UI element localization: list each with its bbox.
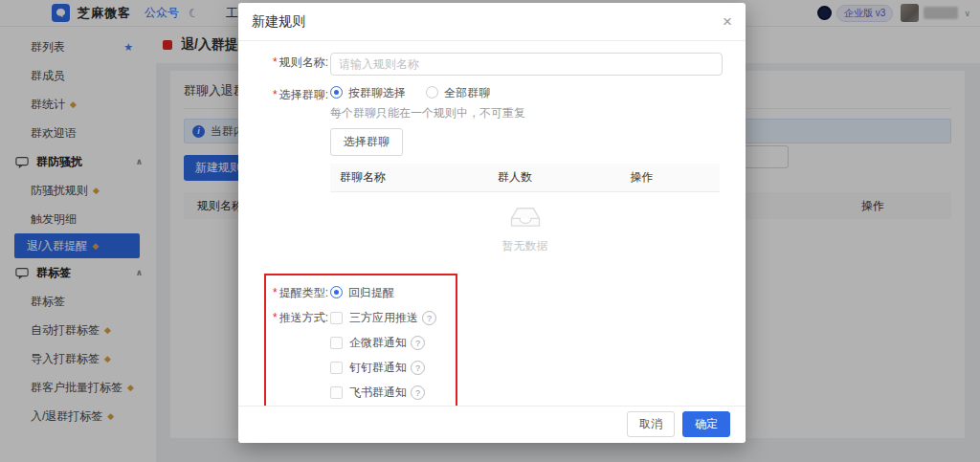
- modal-title: 新建规则: [252, 13, 305, 31]
- radio-selected-icon: [330, 286, 343, 298]
- push-option-label: 飞书群通知: [349, 385, 407, 401]
- group-name-column-header: 群聊名称: [330, 169, 498, 186]
- push-option-row: 飞书群通知 ?: [273, 385, 456, 401]
- modal-footer: 取消 确定: [238, 406, 746, 443]
- radio-unselected-icon: [426, 86, 438, 99]
- empty-state-text: 暂无数据: [330, 238, 720, 254]
- radio-by-group[interactable]: 按群聊选择: [330, 86, 426, 99]
- select-group-helper: 每个群聊只能在一个规则中，不可重复: [330, 105, 720, 121]
- group-table: 群聊名称 群人数 操作 暂无数据: [330, 164, 720, 260]
- modal-body: 规则名称: 选择群聊: 按群聊选择 全部群聊 每个群聊只能在一个规则中，不可重复…: [238, 41, 746, 406]
- rule-name-row: 规则名称:: [273, 53, 723, 76]
- push-label-spacer: [273, 392, 328, 394]
- empty-state: 暂无数据: [330, 192, 720, 260]
- question-circle-icon[interactable]: ?: [411, 336, 425, 350]
- push-option-row: 钉钉群通知 ?: [273, 360, 456, 376]
- push-option-label: 企微群通知: [349, 335, 407, 351]
- empty-box-icon: [506, 202, 545, 231]
- confirm-button[interactable]: 确定: [682, 411, 730, 437]
- highlight-red-box: 提醒类型: 回归提醒 推送方式: 三方应用推送 ? 企微群通知 ?: [264, 274, 457, 406]
- remind-type-row: 提醒类型: 回归提醒: [273, 285, 456, 301]
- checkbox-wecom-group[interactable]: [330, 337, 343, 349]
- radio-all-groups[interactable]: 全部群聊: [426, 86, 507, 99]
- push-method-label: 推送方式:: [273, 310, 328, 326]
- select-group-label: 选择群聊:: [273, 85, 328, 103]
- remind-type-option-label: 回归提醒: [348, 286, 394, 299]
- cancel-button[interactable]: 取消: [627, 411, 675, 437]
- push-label-spacer: [273, 342, 328, 344]
- rule-name-input[interactable]: [330, 53, 723, 76]
- push-option-row: 企微群通知 ?: [273, 335, 456, 351]
- remind-type-label: 提醒类型:: [273, 285, 328, 301]
- group-table-header: 群聊名称 群人数 操作: [330, 164, 720, 192]
- question-circle-icon[interactable]: ?: [411, 385, 425, 400]
- app-window: 芝麻微客 公众号 ☾ 工作台 企业版 v3 ∨ 群列表★群成员群统计◆群欢迎语群…: [0, 0, 980, 462]
- checkbox-third-party[interactable]: [330, 312, 343, 324]
- push-label-spacer: [273, 367, 328, 369]
- radio-by-group-label: 按群聊选择: [348, 86, 406, 99]
- checkbox-dingtalk-group[interactable]: [330, 362, 343, 374]
- radio-all-groups-label: 全部群聊: [444, 86, 490, 99]
- group-size-column-header: 群人数: [498, 169, 630, 186]
- radio-return-remind[interactable]: 回归提醒: [330, 285, 412, 301]
- push-option-label: 钉钉群通知: [349, 360, 407, 376]
- new-rule-modal: 新建规则 × 规则名称: 选择群聊: 按群聊选择 全部群聊 每个群聊只能在一个规…: [238, 3, 746, 443]
- question-circle-icon[interactable]: ?: [422, 311, 436, 325]
- push-option-row: 推送方式: 三方应用推送 ?: [273, 310, 456, 326]
- select-group-row: 选择群聊: 按群聊选择 全部群聊 每个群聊只能在一个规则中，不可重复 选择群聊 …: [273, 85, 723, 260]
- rule-name-label: 规则名称:: [273, 53, 328, 71]
- group-action-column-header: 操作: [630, 169, 720, 186]
- radio-selected-icon: [330, 86, 343, 99]
- close-icon[interactable]: ×: [723, 13, 732, 30]
- push-option-label: 三方应用推送: [349, 310, 418, 326]
- checkbox-feishu-group[interactable]: [330, 386, 343, 399]
- modal-header: 新建规则 ×: [238, 3, 746, 41]
- question-circle-icon[interactable]: ?: [411, 361, 425, 375]
- select-group-button[interactable]: 选择群聊: [330, 128, 403, 156]
